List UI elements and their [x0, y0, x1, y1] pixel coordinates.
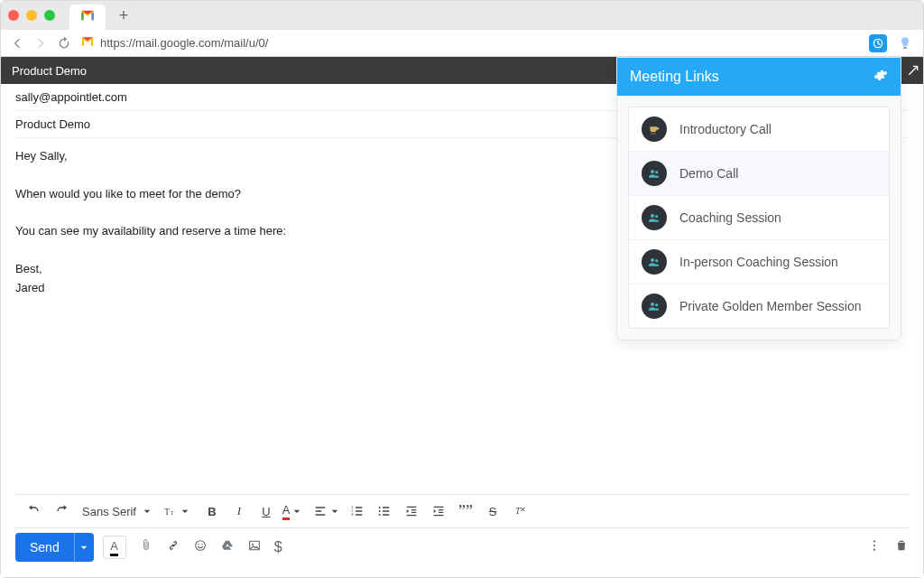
extension-icon[interactable]	[896, 34, 914, 52]
font-family-label: Sans Serif	[82, 505, 136, 518]
more-options-button[interactable]	[867, 538, 882, 556]
tab-strip: +	[1, 1, 923, 30]
meeting-link-label: Private Golden Member Session	[679, 299, 862, 313]
people-icon	[642, 161, 667, 186]
to-value: sally@appointlet.com	[15, 90, 127, 104]
svg-point-17	[252, 544, 254, 545]
svg-point-13	[195, 541, 205, 551]
insert-drive-button[interactable]	[220, 538, 235, 556]
svg-point-18	[873, 540, 875, 542]
extension-icons	[869, 34, 914, 52]
new-tab-button[interactable]: +	[111, 3, 136, 28]
send-options-dropdown[interactable]	[74, 533, 94, 562]
svg-point-19	[873, 545, 875, 546]
reload-button[interactable]	[57, 36, 71, 51]
svg-point-20	[873, 549, 875, 551]
send-row: Send A $	[15, 528, 909, 566]
body-text: Hey Sally, When would you like to meet f…	[15, 149, 286, 294]
meeting-link-private-golden[interactable]: Private Golden Member Session	[629, 284, 889, 328]
compose-right-actions	[867, 538, 909, 556]
svg-point-14	[198, 544, 199, 545]
window-close-button[interactable]	[8, 10, 19, 21]
numbered-list-button[interactable]: 123	[346, 499, 369, 523]
meeting-link-label: Introductory Call	[679, 122, 772, 136]
meeting-link-label: In-person Coaching Session	[679, 255, 838, 269]
compose-title: Product Demo	[12, 64, 87, 78]
url-field[interactable]: https://mail.google.com/mail/u/0/	[80, 34, 860, 51]
url-text: https://mail.google.com/mail/u/0/	[100, 36, 268, 50]
insert-photo-button[interactable]	[247, 538, 262, 556]
cup-icon	[642, 117, 667, 142]
svg-text:T: T	[164, 508, 170, 517]
clear-formatting-button[interactable]: T	[508, 499, 531, 523]
formatting-toolbar: Sans Serif TT B I U A 123 ”” S T	[15, 494, 909, 528]
send-label: Send	[30, 540, 60, 555]
send-button[interactable]: Send	[15, 533, 94, 562]
attach-file-button[interactable]	[139, 538, 153, 556]
svg-point-9	[379, 514, 381, 516]
meeting-link-label: Coaching Session	[679, 210, 781, 225]
bulleted-list-button[interactable]	[373, 499, 396, 523]
people-icon	[642, 205, 667, 230]
meeting-link-introductory-call[interactable]: Introductory Call	[629, 107, 889, 152]
underline-button[interactable]: U	[254, 499, 278, 523]
meeting-links-title: Meeting Links	[630, 69, 719, 85]
subject-value: Product Demo	[15, 117, 90, 131]
people-icon	[642, 249, 667, 275]
meeting-links-header: Meeting Links	[617, 58, 901, 96]
quote-button[interactable]: ””	[454, 499, 477, 523]
text-color-button[interactable]: A	[282, 499, 305, 523]
discard-draft-button[interactable]	[894, 538, 909, 556]
site-favicon-icon	[80, 34, 95, 51]
insert-money-button[interactable]: $	[274, 539, 282, 555]
bold-button[interactable]: B	[200, 499, 224, 523]
appointlet-extension-icon[interactable]	[869, 34, 887, 52]
indent-more-button[interactable]	[427, 499, 450, 523]
svg-text:T: T	[515, 507, 521, 516]
svg-point-27	[651, 303, 654, 306]
svg-point-25	[651, 258, 654, 262]
italic-button[interactable]: I	[227, 499, 251, 523]
insert-link-button[interactable]	[166, 538, 180, 556]
meeting-link-inperson-coaching[interactable]: In-person Coaching Session	[629, 240, 889, 284]
people-icon	[642, 294, 667, 319]
font-family-select[interactable]: Sans Serif	[77, 504, 160, 518]
svg-point-8	[379, 510, 381, 512]
meeting-links-panel: Meeting Links Introductory Call Demo Cal…	[616, 57, 901, 340]
meeting-links-list: Introductory Call Demo Call Coaching Ses…	[617, 96, 901, 340]
svg-text:3: 3	[351, 512, 354, 517]
undo-button[interactable]	[23, 499, 46, 523]
compose-action-icons: A $	[103, 536, 282, 559]
redo-button[interactable]	[50, 499, 73, 523]
chevron-down-icon	[140, 504, 154, 518]
meeting-link-label: Demo Call	[679, 166, 738, 181]
align-button[interactable]	[313, 499, 342, 523]
font-size-button[interactable]: TT	[163, 499, 192, 523]
svg-point-28	[655, 303, 658, 306]
indent-less-button[interactable]	[400, 499, 423, 523]
svg-text:T: T	[171, 510, 174, 516]
settings-button[interactable]	[873, 68, 888, 86]
text-color-toggle[interactable]: A	[103, 536, 126, 559]
window-minimize-button[interactable]	[26, 10, 37, 21]
window-zoom-button[interactable]	[44, 10, 55, 21]
back-button[interactable]	[10, 36, 24, 51]
svg-point-23	[651, 214, 654, 218]
meeting-link-demo-call[interactable]: Demo Call	[629, 152, 889, 196]
forward-button[interactable]	[33, 36, 48, 51]
strikethrough-button[interactable]: S	[481, 499, 504, 523]
browser-window: + https://mail.google.com/mail/u/0/	[0, 0, 924, 578]
insert-emoji-button[interactable]	[193, 538, 208, 556]
svg-point-24	[655, 215, 658, 218]
svg-point-26	[655, 259, 658, 262]
page-content: Product Demo sally@appointlet.com Produc…	[1, 57, 923, 577]
meeting-link-coaching-session[interactable]: Coaching Session	[629, 196, 889, 240]
address-bar: https://mail.google.com/mail/u/0/	[1, 30, 923, 57]
gmail-favicon-icon	[79, 7, 96, 27]
browser-tab-gmail[interactable]	[69, 5, 106, 30]
popout-icon[interactable]	[903, 61, 923, 80]
svg-rect-1	[903, 47, 907, 49]
svg-point-21	[651, 170, 654, 173]
svg-point-22	[655, 171, 658, 173]
svg-point-15	[201, 544, 202, 545]
